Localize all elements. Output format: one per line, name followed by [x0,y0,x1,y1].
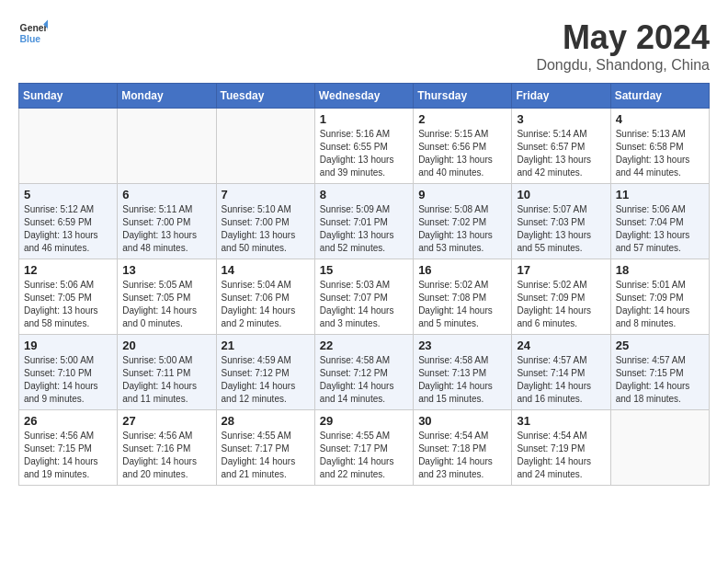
day-number: 21 [222,339,310,352]
calendar-table: Sunday Monday Tuesday Wednesday Thursday… [18,83,710,486]
calendar-cell-w5-d2: 27Sunrise: 4:56 AMSunset: 7:16 PMDayligh… [118,410,216,486]
location-subtitle: Dongdu, Shandong, China [536,57,710,74]
day-number: 1 [320,112,408,126]
day-number: 14 [222,263,310,277]
calendar-cell-w2-d2: 6Sunrise: 5:11 AMSunset: 7:00 PMDaylight… [118,184,216,259]
cell-content: Sunrise: 4:55 AMSunset: 7:17 PMDaylight:… [320,430,408,481]
day-number: 23 [418,339,506,352]
cell-content: Sunrise: 5:14 AMSunset: 6:57 PMDaylight:… [517,128,605,179]
calendar-cell-w5-d3: 28Sunrise: 4:55 AMSunset: 7:17 PMDayligh… [216,410,314,486]
cell-content: Sunrise: 5:13 AMSunset: 6:58 PMDaylight:… [616,128,704,179]
cell-content: Sunrise: 5:12 AMSunset: 6:59 PMDaylight:… [24,203,112,255]
calendar-cell-w3-d5: 16Sunrise: 5:02 AMSunset: 7:08 PMDayligh… [414,259,512,335]
page-header: General Blue May 2024 Dongdu, Shandong, … [18,18,710,74]
calendar-cell-w2-d6: 10Sunrise: 5:07 AMSunset: 7:03 PMDayligh… [512,184,610,259]
calendar-cell-w5-d7 [610,410,709,486]
cell-content: Sunrise: 5:02 AMSunset: 7:09 PMDaylight:… [517,279,605,330]
calendar-cell-w1-d7: 4Sunrise: 5:13 AMSunset: 6:58 PMDaylight… [610,109,709,184]
day-number: 16 [418,263,506,277]
day-number: 24 [517,339,605,352]
cell-content: Sunrise: 4:55 AMSunset: 7:17 PMDaylight:… [222,430,310,481]
cell-content: Sunrise: 5:01 AMSunset: 7:09 PMDaylight:… [616,279,704,330]
cell-content: Sunrise: 5:08 AMSunset: 7:02 PMDaylight:… [418,203,506,255]
calendar-cell-w2-d4: 8Sunrise: 5:09 AMSunset: 7:01 PMDaylight… [314,184,413,259]
day-number: 10 [517,188,605,201]
calendar-cell-w2-d5: 9Sunrise: 5:08 AMSunset: 7:02 PMDaylight… [414,184,512,259]
logo: General Blue [18,18,48,48]
calendar-cell-w3-d4: 15Sunrise: 5:03 AMSunset: 7:07 PMDayligh… [314,259,413,335]
day-number: 31 [517,414,605,428]
col-thursday: Thursday [414,84,512,109]
logo-icon: General Blue [18,18,48,48]
cell-content: Sunrise: 5:05 AMSunset: 7:05 PMDaylight:… [122,279,210,330]
cell-content: Sunrise: 5:16 AMSunset: 6:55 PMDaylight:… [320,128,408,179]
week-row-1: 1Sunrise: 5:16 AMSunset: 6:55 PMDaylight… [19,109,710,184]
calendar-cell-w5-d4: 29Sunrise: 4:55 AMSunset: 7:17 PMDayligh… [314,410,413,486]
day-number: 6 [122,188,210,201]
calendar-cell-w4-d2: 20Sunrise: 5:00 AMSunset: 7:11 PMDayligh… [118,335,216,410]
week-row-5: 26Sunrise: 4:56 AMSunset: 7:15 PMDayligh… [19,410,710,486]
day-number: 17 [517,263,605,277]
calendar-header-row: Sunday Monday Tuesday Wednesday Thursday… [19,84,710,109]
svg-text:Blue: Blue [20,34,41,44]
svg-text:General: General [20,23,48,33]
calendar-cell-w4-d1: 19Sunrise: 5:00 AMSunset: 7:10 PMDayligh… [19,335,118,410]
cell-content: Sunrise: 5:03 AMSunset: 7:07 PMDaylight:… [320,279,408,330]
day-number: 8 [320,188,408,201]
cell-content: Sunrise: 4:57 AMSunset: 7:15 PMDaylight:… [616,354,704,406]
day-number: 20 [122,339,210,352]
calendar-cell-w1-d4: 1Sunrise: 5:16 AMSunset: 6:55 PMDaylight… [314,109,413,184]
day-number: 22 [320,339,408,352]
day-number: 25 [616,339,704,352]
day-number: 13 [122,263,210,277]
cell-content: Sunrise: 5:15 AMSunset: 6:56 PMDaylight:… [418,128,506,179]
day-number: 18 [616,263,704,277]
calendar-cell-w5-d6: 31Sunrise: 4:54 AMSunset: 7:19 PMDayligh… [512,410,610,486]
cell-content: Sunrise: 5:06 AMSunset: 7:05 PMDaylight:… [24,279,112,330]
calendar-cell-w4-d4: 22Sunrise: 4:58 AMSunset: 7:12 PMDayligh… [314,335,413,410]
calendar-cell-w2-d7: 11Sunrise: 5:06 AMSunset: 7:04 PMDayligh… [610,184,709,259]
col-wednesday: Wednesday [314,84,413,109]
calendar-cell-w1-d3 [216,109,314,184]
day-number: 4 [616,112,704,126]
calendar-cell-w3-d2: 13Sunrise: 5:05 AMSunset: 7:05 PMDayligh… [118,259,216,335]
cell-content: Sunrise: 5:02 AMSunset: 7:08 PMDaylight:… [418,279,506,330]
calendar-cell-w2-d3: 7Sunrise: 5:10 AMSunset: 7:00 PMDaylight… [216,184,314,259]
col-tuesday: Tuesday [216,84,314,109]
cell-content: Sunrise: 5:00 AMSunset: 7:10 PMDaylight:… [24,354,112,406]
calendar-cell-w4-d7: 25Sunrise: 4:57 AMSunset: 7:15 PMDayligh… [610,335,709,410]
day-number: 5 [24,188,112,201]
calendar-cell-w4-d6: 24Sunrise: 4:57 AMSunset: 7:14 PMDayligh… [512,335,610,410]
day-number: 30 [418,414,506,428]
day-number: 26 [24,414,112,428]
cell-content: Sunrise: 4:57 AMSunset: 7:14 PMDaylight:… [517,354,605,406]
day-number: 19 [24,339,112,352]
calendar-cell-w4-d5: 23Sunrise: 4:58 AMSunset: 7:13 PMDayligh… [414,335,512,410]
week-row-3: 12Sunrise: 5:06 AMSunset: 7:05 PMDayligh… [19,259,710,335]
calendar-cell-w5-d1: 26Sunrise: 4:56 AMSunset: 7:15 PMDayligh… [19,410,118,486]
week-row-4: 19Sunrise: 5:00 AMSunset: 7:10 PMDayligh… [19,335,710,410]
calendar-cell-w2-d1: 5Sunrise: 5:12 AMSunset: 6:59 PMDaylight… [19,184,118,259]
calendar-cell-w3-d1: 12Sunrise: 5:06 AMSunset: 7:05 PMDayligh… [19,259,118,335]
month-year-title: May 2024 [536,18,710,57]
day-number: 7 [222,188,310,201]
cell-content: Sunrise: 5:00 AMSunset: 7:11 PMDaylight:… [122,354,210,406]
day-number: 11 [616,188,704,201]
day-number: 15 [320,263,408,277]
cell-content: Sunrise: 4:59 AMSunset: 7:12 PMDaylight:… [222,354,310,406]
day-number: 3 [517,112,605,126]
week-row-2: 5Sunrise: 5:12 AMSunset: 6:59 PMDaylight… [19,184,710,259]
cell-content: Sunrise: 4:54 AMSunset: 7:19 PMDaylight:… [517,430,605,481]
col-saturday: Saturday [610,84,709,109]
col-monday: Monday [118,84,216,109]
calendar-cell-w4-d3: 21Sunrise: 4:59 AMSunset: 7:12 PMDayligh… [216,335,314,410]
cell-content: Sunrise: 5:07 AMSunset: 7:03 PMDaylight:… [517,203,605,255]
day-number: 12 [24,263,112,277]
calendar-cell-w1-d5: 2Sunrise: 5:15 AMSunset: 6:56 PMDaylight… [414,109,512,184]
calendar-cell-w1-d2 [118,109,216,184]
day-number: 29 [320,414,408,428]
cell-content: Sunrise: 5:04 AMSunset: 7:06 PMDaylight:… [222,279,310,330]
cell-content: Sunrise: 4:56 AMSunset: 7:16 PMDaylight:… [122,430,210,481]
cell-content: Sunrise: 4:58 AMSunset: 7:12 PMDaylight:… [320,354,408,406]
day-number: 28 [222,414,310,428]
